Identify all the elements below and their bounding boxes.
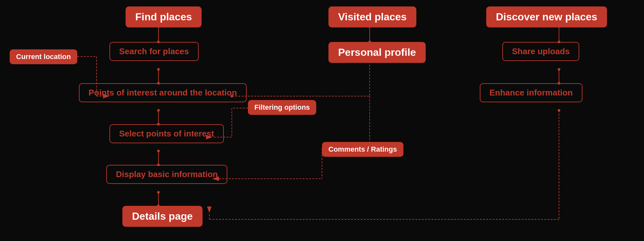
find-places-node: Find places <box>126 6 202 27</box>
svg-point-39 <box>558 68 560 71</box>
diagram: Find places Current location Search for … <box>0 0 644 241</box>
share-uploads-node: Share uploads <box>502 42 579 61</box>
display-basic-info-node: Display basic information <box>106 165 227 184</box>
points-of-interest-node: Points of interest around the location <box>79 83 247 102</box>
comments-ratings-node: Comments / Ratings <box>322 142 403 157</box>
discover-new-places-node: Discover new places <box>486 6 607 27</box>
svg-point-41 <box>558 109 560 112</box>
details-page-node: Details page <box>122 206 203 227</box>
connection-lines <box>0 0 644 241</box>
select-points-node: Select points of interest <box>109 124 224 143</box>
svg-point-12 <box>157 109 160 112</box>
svg-point-18 <box>157 150 160 152</box>
svg-point-21 <box>157 191 160 194</box>
filtering-options-node: Filtering options <box>248 100 316 115</box>
personal-profile-node: Personal profile <box>328 42 426 63</box>
enhance-information-node: Enhance information <box>480 83 582 102</box>
current-location-node: Current location <box>10 49 77 64</box>
search-for-places-node: Search for places <box>109 42 199 61</box>
visited-places-node: Visited places <box>328 6 416 27</box>
svg-point-6 <box>157 68 160 71</box>
